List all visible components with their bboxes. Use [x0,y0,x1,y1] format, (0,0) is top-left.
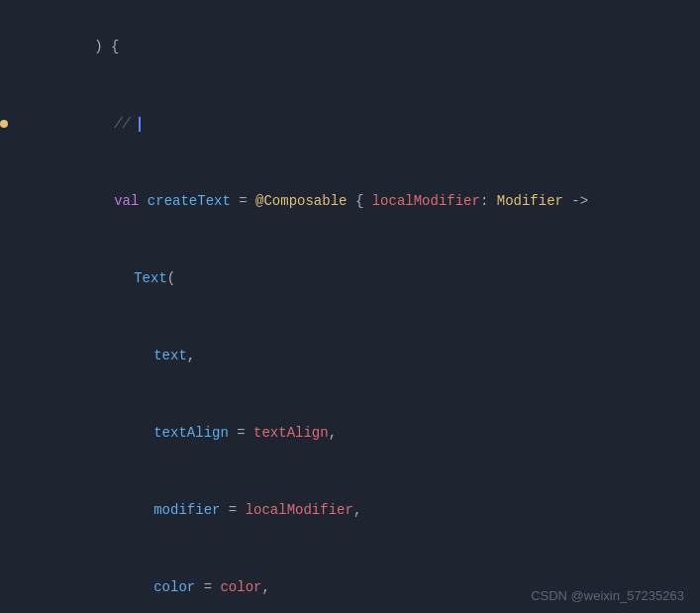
line-content-5: text, [8,317,690,394]
punct-open: ( [167,270,175,286]
prop-modifier: modifier [153,502,220,518]
line-8: color = color, [0,549,700,613]
token: ) { [94,39,119,54]
fn-createtext: createText [148,193,231,209]
param-localmodifier: localModifier [372,193,480,209]
line-content-1: ) { [8,8,690,85]
line-content-3: val createText = @Composable { localModi… [8,162,690,240]
code-editor: ) { // val createText = @Composable { lo… [0,0,700,613]
prop-text: text [153,348,187,363]
prop-textalign: textAlign [153,425,229,441]
gutter-2 [0,120,8,128]
line-3: val createText = @Composable { localModi… [0,162,700,240]
punct-comma: , [187,348,195,363]
punct-eq: = [231,193,255,209]
text-cursor [139,117,141,132]
line-content-4: Text( [8,240,690,317]
val-localmodifier: localModifier [246,502,353,518]
line-content-2: // [8,85,690,162]
punct-colon: : [480,193,497,209]
kw-val: val [114,193,148,209]
watermark: CSDN @weixin_57235263 [531,588,684,603]
punct-brace: { [347,193,371,209]
arrow-token: -> [563,193,588,209]
line-5: text, [0,317,700,394]
punct-eq4: = [195,579,220,595]
line-content-6: textAlign = textAlign, [8,394,690,471]
prop-color: color [153,579,195,595]
line-6: textAlign = textAlign, [0,394,700,471]
line-1: ) { [0,8,700,85]
breakpoint-dot [0,120,8,128]
punct-eq2: = [229,425,253,441]
line-content-8: color = color, [8,549,690,613]
val-textalign: textAlign [253,425,329,441]
code-block: ) { // val createText = @Composable { lo… [0,0,700,613]
text-composable: Text [134,270,167,286]
punct-comma2: , [329,425,337,441]
punct-eq3: = [220,502,245,518]
annotation-composable: @Composable [255,193,347,209]
line-content-7: modifier = localModifier, [8,471,690,549]
line-4: Text( [0,240,700,317]
val-color: color [220,579,261,595]
punct-comma4: , [261,579,269,595]
punct-comma3: , [353,502,361,518]
comment-token: // [114,116,139,132]
line-7: modifier = localModifier, [0,471,700,549]
line-2: // [0,85,700,162]
type-modifier: Modifier [497,193,563,209]
